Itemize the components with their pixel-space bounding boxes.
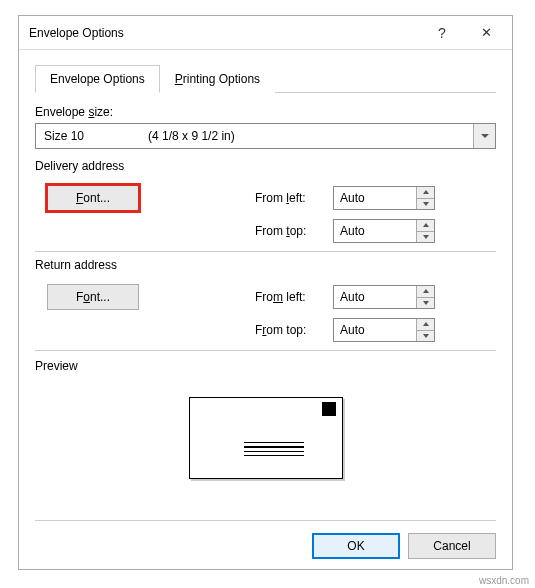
spinner-up-icon[interactable] bbox=[417, 187, 434, 198]
help-button[interactable]: ? bbox=[420, 18, 464, 48]
chevron-down-icon[interactable] bbox=[473, 124, 495, 148]
return-from-left-spinner[interactable]: Auto bbox=[333, 285, 435, 309]
dialog-footer: OK Cancel bbox=[35, 520, 496, 559]
delivery-from-left-value[interactable]: Auto bbox=[334, 187, 416, 209]
envelope-size-combo[interactable]: Size 10 (4 1/8 x 9 1/2 in) bbox=[35, 123, 496, 149]
return-font-button[interactable]: Font... bbox=[47, 284, 139, 310]
return-address-group-label: Return address bbox=[35, 258, 496, 272]
tab-envelope-options[interactable]: Envelope Options bbox=[35, 65, 160, 93]
return-from-top-label: From top: bbox=[255, 323, 333, 337]
tab-printing-options[interactable]: Printing Options bbox=[160, 65, 275, 93]
titlebar: Envelope Options ? ✕ bbox=[19, 16, 512, 50]
preview-label: Preview bbox=[35, 359, 496, 373]
spinner-down-icon[interactable] bbox=[417, 297, 434, 309]
envelope-size-value: Size 10 (4 1/8 x 9 1/2 in) bbox=[36, 129, 473, 143]
return-from-left-value[interactable]: Auto bbox=[334, 286, 416, 308]
spinner-up-icon[interactable] bbox=[417, 319, 434, 330]
address-lines-icon bbox=[244, 442, 304, 459]
tabstrip: Envelope Options Printing Options bbox=[35, 64, 496, 93]
preview-area bbox=[35, 383, 496, 493]
spinner-down-icon[interactable] bbox=[417, 231, 434, 243]
delivery-font-button[interactable]: Font... bbox=[47, 185, 139, 211]
delivery-from-top-label: From top: bbox=[255, 224, 333, 238]
envelope-preview-icon bbox=[189, 397, 343, 479]
envelope-options-dialog: Envelope Options ? ✕ Envelope Options Pr… bbox=[18, 15, 513, 570]
return-from-top-spinner[interactable]: Auto bbox=[333, 318, 435, 342]
spinner-down-icon[interactable] bbox=[417, 198, 434, 210]
dialog-content: Envelope Options Printing Options Envelo… bbox=[19, 50, 512, 513]
stamp-icon bbox=[322, 402, 336, 416]
delivery-address-group-label: Delivery address bbox=[35, 159, 496, 173]
spinner-up-icon[interactable] bbox=[417, 220, 434, 231]
close-button[interactable]: ✕ bbox=[464, 18, 508, 48]
delivery-from-top-value[interactable]: Auto bbox=[334, 220, 416, 242]
delivery-from-left-label: From left: bbox=[255, 191, 333, 205]
delivery-from-left-spinner[interactable]: Auto bbox=[333, 186, 435, 210]
spinner-down-icon[interactable] bbox=[417, 330, 434, 342]
return-from-left-label: From left: bbox=[255, 290, 333, 304]
divider bbox=[35, 350, 496, 351]
delivery-from-top-spinner[interactable]: Auto bbox=[333, 219, 435, 243]
spinner-up-icon[interactable] bbox=[417, 286, 434, 297]
cancel-button[interactable]: Cancel bbox=[408, 533, 496, 559]
dialog-title: Envelope Options bbox=[29, 26, 420, 40]
ok-button[interactable]: OK bbox=[312, 533, 400, 559]
watermark: wsxdn.com bbox=[479, 575, 529, 586]
return-from-top-value[interactable]: Auto bbox=[334, 319, 416, 341]
divider bbox=[35, 251, 496, 252]
envelope-size-label: Envelope size: bbox=[35, 105, 496, 119]
